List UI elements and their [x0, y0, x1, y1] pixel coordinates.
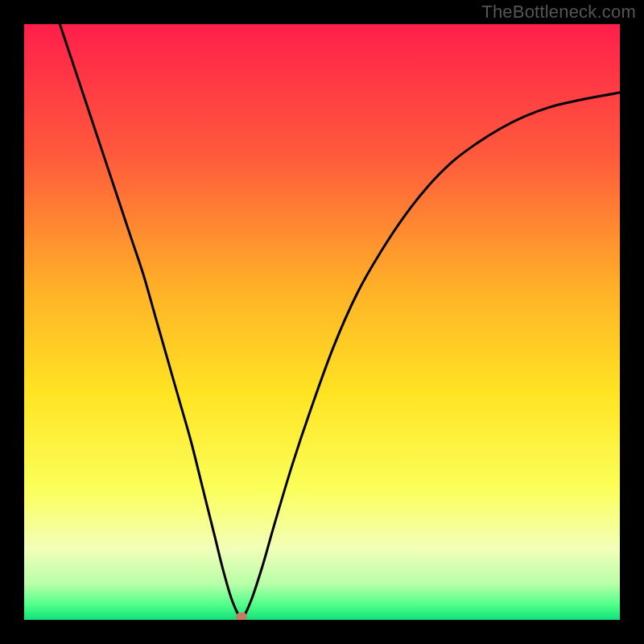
plot-area	[24, 24, 620, 620]
chart-frame: TheBottleneck.com	[0, 0, 644, 644]
watermark-text: TheBottleneck.com	[481, 2, 636, 23]
curve-layer	[24, 24, 620, 620]
bottleneck-curve	[60, 24, 620, 617]
bottleneck-marker	[236, 613, 247, 620]
